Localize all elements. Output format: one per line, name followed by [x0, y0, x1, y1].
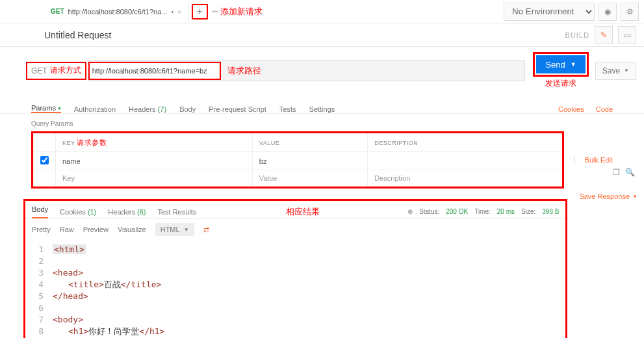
- col-desc: DESCRIPTION: [368, 134, 561, 152]
- add-tab-button[interactable]: +: [192, 4, 208, 20]
- request-tab[interactable]: GET http://localhost:8080/c6/t1?na... ● …: [44, 1, 189, 22]
- annotation-response: 相应结果: [286, 206, 320, 218]
- save-response-link[interactable]: Save Response ▼: [579, 192, 638, 200]
- request-title[interactable]: Untitled Request: [8, 30, 112, 40]
- request-row: GET 请求方式 请求路径 Send▼ 发送请求 Save▼: [0, 47, 644, 94]
- wrap-icon[interactable]: ⇄: [203, 226, 209, 234]
- annotation-method: 请求方式: [50, 65, 81, 76]
- save-button[interactable]: Save▼: [595, 62, 636, 80]
- resp-tab-cookies[interactable]: Cookies (1): [60, 208, 96, 216]
- query-params-section: Query Params KEY 请求参数 VALUE DESCRIPTION …: [0, 114, 644, 188]
- method-select[interactable]: GET: [31, 66, 47, 75]
- tab-body[interactable]: Body: [179, 105, 196, 113]
- tab-settings[interactable]: Settings: [309, 105, 335, 113]
- title-bar: Untitled Request BUILD ✎ ▭: [0, 23, 644, 47]
- view-visualize[interactable]: Visualize: [118, 226, 146, 233]
- annotation-send: 发送请求: [545, 78, 576, 89]
- bulk-edit-link[interactable]: Bulk Edit: [585, 156, 613, 164]
- view-pretty[interactable]: Pretty: [32, 226, 51, 233]
- col-key: KEY 请求参数: [56, 134, 253, 152]
- search-icon[interactable]: 🔍: [625, 168, 635, 177]
- more-icon[interactable]: ⋯: [570, 156, 579, 164]
- tab-authorization[interactable]: Authorization: [74, 105, 116, 113]
- annotation-url: 请求路径: [227, 65, 261, 77]
- param-value-placeholder[interactable]: Value: [252, 170, 367, 187]
- tab-method: GET: [51, 8, 64, 15]
- environment-area: No Environment ◉ ⚙: [504, 3, 639, 21]
- table-row: name bz: [34, 152, 562, 170]
- param-key-input[interactable]: name: [56, 152, 253, 170]
- method-box: GET 请求方式: [26, 62, 86, 80]
- copy-icon[interactable]: ❐: [613, 168, 620, 177]
- tab-tests[interactable]: Tests: [279, 105, 296, 113]
- tab-prerequest[interactable]: Pre-request Script: [209, 105, 266, 113]
- send-button[interactable]: Send▼: [536, 55, 585, 73]
- tab-menu[interactable]: •••: [212, 8, 218, 15]
- param-desc-placeholder[interactable]: Description: [368, 170, 561, 187]
- query-params-label: Query Params: [31, 116, 613, 131]
- code-link[interactable]: Code: [596, 105, 613, 113]
- tab-dirty-dot: ●: [171, 10, 174, 14]
- url-cell: 请求路径: [88, 60, 526, 81]
- eye-icon[interactable]: ◉: [599, 3, 617, 21]
- format-select[interactable]: HTML▼: [155, 223, 194, 236]
- cookies-link[interactable]: Cookies: [558, 105, 584, 113]
- time-value: 20 ms: [497, 208, 515, 215]
- col-value: VALUE: [252, 134, 367, 152]
- table-row: Key Value Description: [34, 170, 562, 187]
- close-icon[interactable]: ×: [177, 8, 181, 16]
- response-tabs: Body Cookies (1) Headers (6) Test Result…: [25, 201, 565, 219]
- response-code: 1<html> 2 3<head> 4<title>百战</title> 5</…: [25, 240, 565, 338]
- param-key-placeholder[interactable]: Key: [56, 170, 253, 187]
- status-label: Status:: [419, 208, 439, 215]
- time-label: Time:: [474, 208, 491, 215]
- edit-icon[interactable]: ✎: [595, 26, 613, 44]
- size-value: 398 B: [542, 208, 559, 215]
- param-desc-input[interactable]: [368, 152, 561, 170]
- view-raw[interactable]: Raw: [60, 226, 74, 233]
- tab-url: http://localhost:8080/c6/t1?na...: [68, 8, 168, 16]
- params-table: KEY 请求参数 VALUE DESCRIPTION name bz Key V…: [33, 133, 562, 187]
- status-value: 200 OK: [446, 208, 468, 215]
- response-view-row: Pretty Raw Preview Visualize HTML▼ ⇄: [25, 219, 565, 240]
- resp-tab-headers[interactable]: Headers (6): [108, 208, 146, 216]
- response-box: Body Cookies (1) Headers (6) Test Result…: [23, 199, 567, 338]
- gear-icon[interactable]: ⚙: [621, 3, 639, 21]
- view-preview[interactable]: Preview: [83, 226, 109, 233]
- tab-params[interactable]: Params ●: [31, 104, 61, 113]
- annotation-params: 请求参数: [77, 138, 107, 146]
- caret-down-icon: ▼: [571, 61, 576, 68]
- param-value-input[interactable]: bz: [252, 152, 367, 170]
- environment-select[interactable]: No Environment: [504, 3, 595, 21]
- request-subtabs: Params ● Authorization Headers (7) Body …: [0, 94, 644, 114]
- tab-bar: GET http://localhost:8080/c6/t1?na... ● …: [0, 0, 644, 23]
- resp-tab-testresults[interactable]: Test Results: [157, 208, 196, 216]
- url-input[interactable]: [90, 63, 220, 79]
- row-checkbox[interactable]: [40, 156, 49, 164]
- globe-icon[interactable]: ⊕: [407, 208, 413, 215]
- annotation-add: 添加新请求: [220, 6, 263, 18]
- resp-tab-body[interactable]: Body: [32, 205, 48, 218]
- tab-headers[interactable]: Headers (7): [129, 105, 166, 113]
- build-label: BUILD: [565, 31, 589, 39]
- comment-icon[interactable]: ▭: [618, 26, 636, 44]
- size-label: Size:: [521, 208, 535, 215]
